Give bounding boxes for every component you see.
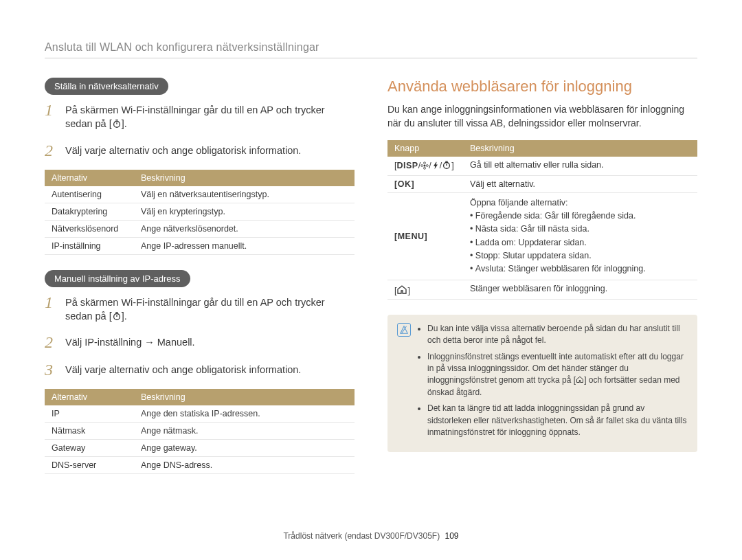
note-item: Det kan ta längre tid att ladda inloggni… bbox=[427, 403, 688, 438]
section-title-manual-ip: Manuell inställning av IP-adress bbox=[45, 270, 190, 287]
breadcrumb: Ansluta till WLAN och konfigurera nätver… bbox=[45, 41, 697, 58]
step-1-text: På skärmen Wi-Fi-inställningar går du ti… bbox=[65, 102, 355, 131]
macro-icon bbox=[420, 161, 429, 172]
table-row: NätverkslösenordAnge nätverkslösenordet. bbox=[45, 220, 355, 237]
note-icon bbox=[397, 323, 411, 337]
page-footer: Trådlöst nätverk (endast DV300F/DV305F) … bbox=[0, 531, 742, 541]
table-row: [MENU] Öppna följande alternativ: Föregå… bbox=[387, 192, 697, 280]
svg-point-3 bbox=[424, 161, 426, 164]
cell-menu-desc: Öppna följande alternativ: Föregående si… bbox=[463, 192, 697, 280]
th-button: Knapp bbox=[387, 140, 463, 157]
step-1-text-b: ]. bbox=[122, 118, 127, 129]
table-row: NätmaskAnge nätmask. bbox=[45, 423, 355, 440]
note-item: Inloggninsfönstret stängs eventuellt int… bbox=[427, 351, 688, 399]
cell-ok-key: [OK] bbox=[387, 175, 463, 192]
timer-icon bbox=[112, 118, 122, 128]
s2-step-3: 3 Välj varje alternativ och ange obligat… bbox=[45, 361, 355, 378]
step-number-1: 1 bbox=[45, 102, 58, 131]
right-column: Använda webbläsaren för inloggning Du ka… bbox=[387, 78, 697, 489]
section-title-network-options: Ställa in nätverksalternativ bbox=[45, 78, 168, 95]
s2-step-2: 2 Välj IP-inställning → Manuell. bbox=[45, 334, 355, 350]
table-header-row: Knapp Beskrivning bbox=[387, 140, 697, 157]
svg-point-4 bbox=[421, 164, 423, 166]
th-description: Beskrivning bbox=[134, 170, 355, 186]
table-row: [] Stänger webbläsaren för inloggning. bbox=[387, 280, 697, 299]
table-row: IPAnge den statiska IP-adressen. bbox=[45, 405, 355, 423]
step-number-3: 3 bbox=[45, 361, 58, 378]
cell-disp-key: [DISP///] bbox=[387, 157, 463, 176]
cell-menu-key: [MENU] bbox=[387, 192, 463, 280]
cell-ok-desc: Välj ett alternativ. bbox=[463, 175, 697, 192]
timer-icon bbox=[112, 311, 122, 320]
table-row: DNS-serverAnge DNS-adress. bbox=[45, 457, 355, 474]
step-1-text-a: På skärmen Wi-Fi-inställningar går du ti… bbox=[65, 104, 325, 129]
home-icon bbox=[576, 375, 584, 383]
table-row: AutentiseringVälj en nätverksautentiseri… bbox=[45, 186, 355, 203]
table-row: DatakrypteringVälj en krypteringstyp. bbox=[45, 203, 355, 220]
svg-point-6 bbox=[424, 167, 426, 169]
intro-paragraph: Du kan ange inloggningsinformationen via… bbox=[387, 102, 697, 131]
step-number-2: 2 bbox=[45, 334, 58, 350]
left-column: Ställa in nätverksalternativ 1 På skärme… bbox=[45, 78, 355, 489]
s2-step-1: 1 På skärmen Wi-Fi-inställningar går du … bbox=[45, 294, 355, 324]
th-description: Beskrivning bbox=[134, 389, 355, 405]
table-row: [OK] Välj ett alternativ. bbox=[387, 175, 697, 192]
footer-text: Trådlöst nätverk (endast DV300F/DV305F) bbox=[283, 531, 440, 541]
s2-step-1-text: På skärmen Wi-Fi-inställningar går du ti… bbox=[65, 294, 355, 324]
options-table-1: Alternativ Beskrivning AutentiseringVälj… bbox=[45, 170, 355, 255]
step-number-2: 2 bbox=[45, 142, 58, 159]
step-1: 1 På skärmen Wi-Fi-inställningar går du … bbox=[45, 102, 355, 131]
step-number-1: 1 bbox=[45, 294, 58, 324]
heading-browser-login: Använda webbläsaren för inloggning bbox=[387, 78, 697, 96]
step-2-text: Välj varje alternativ och ange obligator… bbox=[65, 142, 301, 159]
cell-disp-desc: Gå till ett alternativ eller rulla sidan… bbox=[463, 157, 697, 176]
th-option: Alternativ bbox=[45, 389, 134, 405]
table-row: [DISP///] Gå till ett alternativ eller r… bbox=[387, 157, 697, 176]
buttons-table: Knapp Beskrivning [DISP///] Gå till ett … bbox=[387, 140, 697, 300]
table-header-row: Alternativ Beskrivning bbox=[45, 170, 355, 186]
s2-step-2-text: Välj IP-inställning → Manuell. bbox=[65, 334, 195, 350]
timer-icon bbox=[442, 160, 451, 170]
svg-point-5 bbox=[426, 164, 428, 166]
table-header-row: Alternativ Beskrivning bbox=[45, 389, 355, 405]
cell-home-key: [] bbox=[387, 280, 463, 299]
content-columns: Ställa in nätverksalternativ 1 På skärme… bbox=[45, 78, 697, 489]
note-list: Du kan inte välja vissa alternativ beroe… bbox=[418, 323, 688, 443]
th-description: Beskrivning bbox=[463, 140, 697, 157]
th-option: Alternativ bbox=[45, 170, 134, 186]
s2-step-3-text: Välj varje alternativ och ange obligator… bbox=[65, 361, 301, 378]
table-row: IP-inställningAnge IP-adressen manuellt. bbox=[45, 237, 355, 254]
note-item: Du kan inte välja vissa alternativ beroe… bbox=[427, 323, 688, 347]
page-number: 109 bbox=[445, 531, 458, 541]
note-box: Du kan inte välja vissa alternativ beroe… bbox=[387, 315, 697, 453]
options-table-2: Alternativ Beskrivning IPAnge den statis… bbox=[45, 389, 355, 474]
flash-icon bbox=[431, 161, 440, 172]
step-2: 2 Välj varje alternativ och ange obligat… bbox=[45, 142, 355, 159]
home-icon bbox=[396, 286, 407, 295]
cell-home-desc: Stänger webbläsaren för inloggning. bbox=[463, 280, 697, 299]
table-row: GatewayAnge gateway. bbox=[45, 440, 355, 457]
svg-point-2 bbox=[424, 164, 426, 166]
